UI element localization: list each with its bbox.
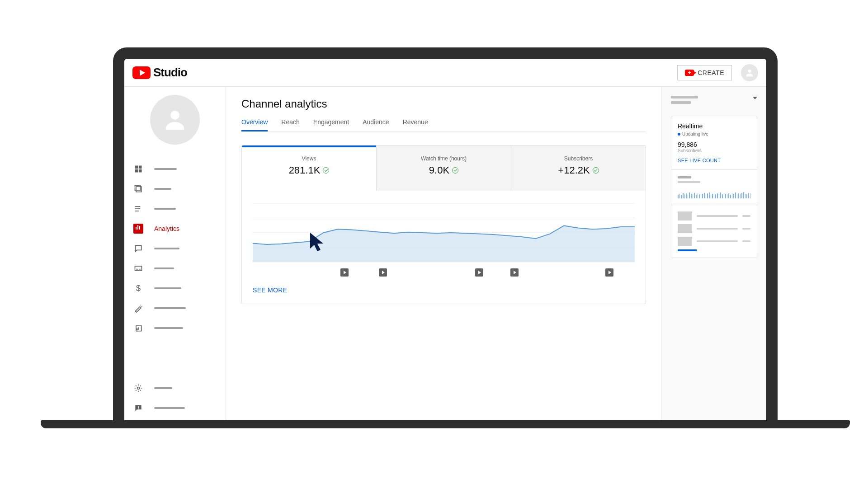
video-marker-icon[interactable] [340, 268, 349, 277]
svg-rect-5 [139, 169, 142, 173]
date-range-selector[interactable] [671, 96, 757, 107]
metric-watch-time-hours-[interactable]: Watch time (hours)9.0K [377, 145, 511, 191]
sidebar-item-analytics[interactable]: Analytics [124, 219, 226, 239]
check-icon [452, 167, 458, 174]
sidebar-item-subtitles[interactable] [124, 258, 226, 278]
realtime-more-link[interactable] [678, 249, 697, 251]
person-icon [745, 68, 755, 78]
video-library-icon [133, 184, 143, 194]
realtime-subscriber-count: 99,886 [678, 141, 750, 148]
dollar-icon: $ [133, 283, 143, 293]
video-marker-icon[interactable] [605, 268, 613, 277]
sidebar-item-feedback[interactable] [124, 398, 226, 418]
metric-value: +12.2K [558, 164, 599, 176]
channel-avatar[interactable] [150, 95, 200, 145]
svg-rect-13 [139, 269, 141, 270]
svg-rect-8 [135, 206, 141, 207]
check-icon [323, 167, 329, 174]
feedback-icon [133, 403, 143, 413]
nav-label-placeholder [154, 327, 183, 329]
svg-point-17 [137, 387, 140, 389]
studio-logo[interactable]: Studio [132, 66, 187, 80]
sidebar-item-comments[interactable] [124, 239, 226, 258]
realtime-video-row[interactable] [678, 237, 750, 246]
nav-label-placeholder [154, 307, 186, 309]
chart-area [242, 191, 646, 266]
video-marker-icon[interactable] [510, 268, 519, 277]
nav-label-placeholder [154, 208, 176, 210]
nav-label-placeholder [154, 407, 185, 409]
main: Channel analytics OverviewReachEngagemen… [226, 87, 766, 422]
tab-engagement[interactable]: Engagement [313, 118, 349, 131]
nav-label-placeholder [154, 248, 179, 249]
create-button-label: CREATE [698, 69, 724, 76]
svg-rect-2 [135, 166, 138, 169]
sidebar-item-playlists[interactable] [124, 199, 226, 219]
tab-audience[interactable]: Audience [363, 118, 389, 131]
playlist-icon [133, 204, 143, 214]
svg-rect-3 [139, 166, 142, 169]
sidebar-nav: Analytics $ [124, 159, 226, 338]
realtime-mini-chart [678, 188, 750, 198]
metric-value: 281.1K [289, 164, 330, 176]
metric-views[interactable]: Views281.1K [242, 145, 377, 191]
metric-subscribers[interactable]: Subscribers+12.2K [511, 145, 646, 191]
analytics-icon [133, 224, 143, 234]
svg-rect-11 [135, 266, 142, 271]
see-more-link[interactable]: SEE MORE [242, 277, 646, 304]
logo-text: Studio [153, 66, 187, 80]
analytics-card: Views281.1KWatch time (hours)9.0KSubscri… [241, 145, 646, 304]
svg-point-0 [748, 69, 751, 72]
metric-title: Watch time (hours) [377, 155, 511, 162]
sidebar-item-label: Analytics [154, 225, 179, 232]
svg-point-14 [140, 305, 141, 306]
sidebar-item-monetization[interactable]: $ [124, 278, 226, 298]
gear-icon [133, 383, 143, 393]
video-marker-icon[interactable] [475, 268, 483, 277]
account-avatar[interactable] [741, 64, 758, 81]
realtime-video-row[interactable] [678, 211, 750, 221]
tab-overview[interactable]: Overview [241, 118, 268, 131]
svg-point-1 [170, 111, 179, 120]
nav-label-placeholder [154, 287, 181, 289]
video-markers [242, 266, 646, 277]
topbar: Studio CREATE [124, 59, 766, 87]
sidebar-bottom [124, 378, 226, 422]
check-icon [593, 167, 599, 174]
realtime-card: Realtime Updating live 99,886 Subscriber… [671, 116, 757, 258]
body: Analytics $ [124, 87, 766, 422]
svg-rect-10 [135, 211, 139, 211]
metrics-row: Views281.1KWatch time (hours)9.0KSubscri… [242, 145, 646, 191]
svg-point-15 [142, 306, 142, 307]
magic-wand-icon [133, 303, 143, 313]
metric-title: Views [242, 155, 376, 162]
audio-library-icon [133, 323, 143, 333]
create-button[interactable]: CREATE [677, 65, 732, 80]
see-live-count-link[interactable]: SEE LIVE COUNT [678, 158, 750, 163]
realtime-subscriber-label: Subscribers [678, 148, 750, 153]
nav-label-placeholder [154, 188, 171, 190]
tab-revenue[interactable]: Revenue [403, 118, 428, 131]
sidebar-item-content[interactable] [124, 179, 226, 199]
sidebar: Analytics $ [124, 87, 226, 422]
sidebar-item-customization[interactable] [124, 298, 226, 318]
svg-rect-9 [135, 208, 141, 209]
svg-rect-12 [136, 269, 138, 270]
sidebar-item-settings[interactable] [124, 378, 226, 398]
video-marker-icon[interactable] [379, 268, 387, 277]
laptop-frame: Studio CREATE [113, 47, 778, 422]
mouse-cursor-icon [309, 231, 329, 254]
sidebar-item-dashboard[interactable] [124, 159, 226, 179]
app-screen: Studio CREATE [124, 59, 766, 422]
realtime-video-row[interactable] [678, 224, 750, 233]
youtube-play-icon [132, 66, 151, 79]
svg-rect-4 [135, 169, 138, 173]
comment-icon [133, 244, 143, 253]
sidebar-item-audio[interactable] [124, 318, 226, 338]
metric-title: Subscribers [511, 155, 646, 162]
tab-reach[interactable]: Reach [281, 118, 299, 131]
svg-rect-18 [138, 406, 139, 408]
right-panel: Realtime Updating live 99,886 Subscriber… [661, 87, 766, 422]
svg-rect-19 [138, 408, 139, 409]
nav-label-placeholder [154, 267, 174, 269]
